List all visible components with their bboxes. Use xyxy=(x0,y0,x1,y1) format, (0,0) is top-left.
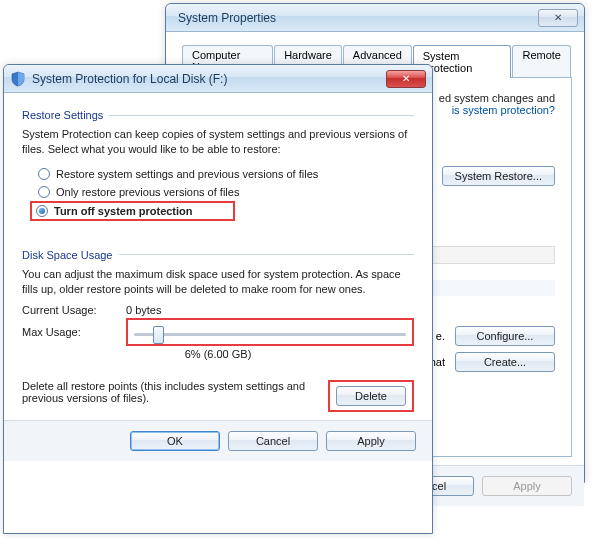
sp-apply-button: Apply xyxy=(482,476,572,496)
apply-button[interactable]: Apply xyxy=(326,431,416,451)
disk-space-desc: You can adjust the maximum disk space us… xyxy=(22,267,414,297)
system-properties-title: System Properties xyxy=(172,11,538,25)
max-usage-value: 6% (6.00 GB) xyxy=(22,348,414,360)
current-usage-label: Current Usage: xyxy=(22,304,112,316)
system-protection-dialog: System Protection for Local Disk (F:) ✕ … xyxy=(3,64,433,534)
max-usage-label: Max Usage: xyxy=(22,326,112,338)
desc-fragment: ed system changes and xyxy=(439,92,555,104)
current-usage-value: 0 bytes xyxy=(126,304,161,316)
max-usage-slider[interactable] xyxy=(134,324,406,344)
dialog-title: System Protection for Local Disk (F:) xyxy=(26,72,386,86)
delete-desc: Delete all restore points (this includes… xyxy=(22,380,314,404)
radio-icon xyxy=(38,168,50,180)
configure-button[interactable]: Configure... xyxy=(455,326,555,346)
radio-icon xyxy=(38,186,50,198)
what-is-system-protection-link[interactable]: is system protection? xyxy=(452,104,555,116)
restore-settings-desc: System Protection can keep copies of sys… xyxy=(22,127,414,157)
tab-remote[interactable]: Remote xyxy=(512,45,571,78)
shield-icon xyxy=(10,71,26,87)
radio-label: Only restore previous versions of files xyxy=(56,186,239,198)
ok-button[interactable]: OK xyxy=(130,431,220,451)
current-usage-row: Current Usage: 0 bytes xyxy=(22,304,414,316)
delete-restore-points-row: Delete all restore points (this includes… xyxy=(22,380,414,412)
restore-radio-group: Restore system settings and previous ver… xyxy=(36,165,414,221)
radio-restore-versions-only[interactable]: Only restore previous versions of files xyxy=(36,183,414,201)
radio-label: Restore system settings and previous ver… xyxy=(56,168,318,180)
cancel-button[interactable]: Cancel xyxy=(228,431,318,451)
radio-restore-settings-and-versions[interactable]: Restore system settings and previous ver… xyxy=(36,165,414,183)
dialog-titlebar: System Protection for Local Disk (F:) ✕ xyxy=(4,65,432,93)
disk-space-header: Disk Space Usage xyxy=(22,249,414,261)
create-button[interactable]: Create... xyxy=(455,352,555,372)
restore-settings-header: Restore Settings xyxy=(22,109,414,121)
delete-button[interactable]: Delete xyxy=(336,386,406,406)
slider-thumb-icon[interactable] xyxy=(153,326,164,344)
radio-icon xyxy=(36,205,48,217)
close-icon[interactable]: ✕ xyxy=(538,9,578,27)
system-properties-titlebar: System Properties ✕ xyxy=(166,4,584,32)
close-icon[interactable]: ✕ xyxy=(386,70,426,88)
dialog-buttons: OK Cancel Apply xyxy=(4,420,432,461)
radio-turn-off-protection[interactable]: Turn off system protection xyxy=(30,201,235,221)
radio-label: Turn off system protection xyxy=(54,205,193,217)
system-restore-button[interactable]: System Restore... xyxy=(442,166,555,186)
max-usage-row: Max Usage: xyxy=(22,322,414,342)
